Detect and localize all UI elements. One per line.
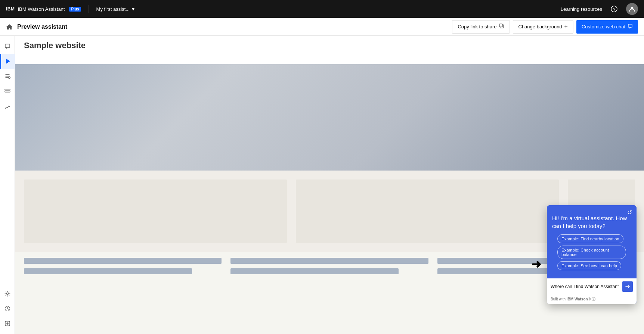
chevron-down-icon: ▾ [132,6,134,12]
copy-link-button[interactable]: Copy link to share [452,20,510,34]
ibm-text: IBM [6,6,15,12]
product-card-2 [296,180,559,243]
sub-header: Preview assistant Copy link to share Cha… [0,18,644,36]
send-button[interactable] [622,281,633,292]
sidebar-item-actions[interactable] [0,69,15,84]
help-icon[interactable]: ? [608,3,620,15]
info-icon[interactable]: ⓘ [592,297,595,301]
change-background-button[interactable]: Change background + [513,20,573,34]
sidebar-bottom [0,286,15,334]
home-icon[interactable] [6,24,13,30]
sample-website: Sample website [15,36,644,334]
suggestion-2[interactable]: Example: Check account balance [557,246,626,259]
text-bar-4 [230,268,399,274]
chat-input[interactable] [551,284,620,289]
nav-divider [89,5,89,13]
sidebar-item-preview[interactable] [0,54,15,69]
customize-webchat-button[interactable]: Customize web chat [576,20,638,34]
user-avatar[interactable] [626,3,638,15]
top-nav-right: Learning resources ? [561,3,638,15]
assistant-selector[interactable]: My first assist... ▾ [96,6,135,12]
chat-widget: ↺ Hi! I'm a virtual assistant. How can I… [547,205,637,304]
sidebar-item-history[interactable] [0,301,15,316]
website-navbar: Sample website [15,36,644,55]
suggestion-3[interactable]: Example: See how I can help [557,261,621,270]
header-actions: Copy link to share Change background + C… [452,20,638,34]
website-hero [15,64,644,171]
svg-rect-8 [5,91,10,92]
main-layout: Sample website [0,36,644,334]
refresh-icon[interactable]: ↺ [627,209,632,216]
arrow-indicator: ➜ [531,257,541,271]
chat-header: ↺ Hi! I'm a virtual assistant. How can I… [547,205,637,278]
text-col-2 [230,258,428,274]
learning-resources-link[interactable]: Learning resources [561,6,602,12]
svg-marker-5 [6,59,10,64]
chat-footer: Built with IBM Watson® ⓘ [547,295,637,304]
product-card-1 [24,180,287,243]
sidebar-item-entities[interactable] [0,84,15,99]
chat-input-area [547,278,637,295]
text-col-1 [24,258,222,274]
brand-name: IBM Watson Assistant [18,6,65,12]
sidebar-item-chat[interactable] [0,39,15,54]
text-bar-2 [24,268,192,274]
top-navbar: IBM IBM Watson Assistant Plus My first a… [0,0,644,18]
content-area: Sample website [15,36,644,334]
page-title: Preview assistant [17,24,67,30]
footer-text: Built with IBM Watson® [551,297,592,301]
customize-label: Customize web chat [582,24,625,29]
svg-text:?: ? [613,7,615,12]
website-white-strip [15,55,644,64]
svg-point-6 [8,77,10,79]
text-bar-3 [230,258,428,264]
suggestion-1[interactable]: Example: Find nearby location [557,234,623,243]
chat-greeting: Hi! I'm a virtual assistant. How can I h… [552,214,631,234]
svg-rect-4 [499,24,502,27]
brand-logo: IBM IBM Watson Assistant Plus [6,6,81,12]
sidebar-item-analytics[interactable] [0,100,15,115]
website-title: Sample website [24,41,86,50]
change-bg-label: Change background [518,24,562,29]
assistant-name: My first assist... [96,6,130,12]
left-sidebar [0,36,15,334]
copy-icon [499,24,504,30]
copy-link-label: Copy link to share [458,24,496,29]
chat-suggestions: Example: Find nearby location Example: C… [552,234,631,275]
svg-rect-7 [5,89,10,90]
sidebar-item-global-settings[interactable] [0,286,15,301]
plus-badge: Plus [69,7,81,12]
chat-icon [628,24,633,30]
svg-point-9 [6,293,8,295]
add-icon: + [564,24,568,30]
sidebar-item-settings[interactable] [0,316,15,331]
text-bar-1 [24,258,222,264]
